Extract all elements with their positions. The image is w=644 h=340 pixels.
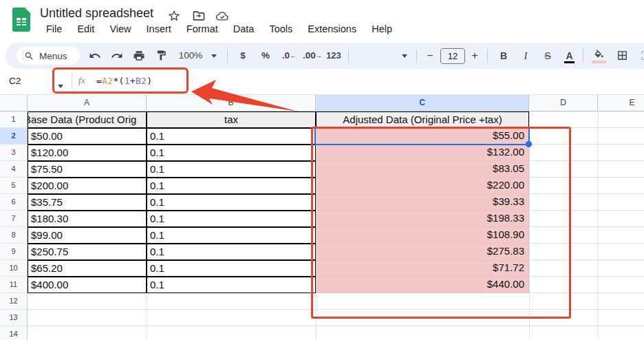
cell-C4[interactable]: $83.05 bbox=[316, 161, 529, 178]
column-header-E[interactable]: E bbox=[598, 95, 644, 111]
merge-cells-button[interactable] bbox=[637, 47, 644, 64]
cell-B2[interactable]: 0.1 bbox=[147, 128, 316, 145]
cell-B10[interactable]: 0.1 bbox=[147, 260, 316, 277]
decrease-font-size-button[interactable]: − bbox=[423, 47, 437, 64]
sheets-logo-icon bbox=[12, 8, 30, 32]
font-size-input[interactable]: 12 bbox=[440, 48, 465, 64]
menu-edit[interactable]: Edit bbox=[69, 23, 102, 38]
menu-tools[interactable]: Tools bbox=[261, 23, 300, 38]
menu-help[interactable]: Help bbox=[364, 23, 400, 38]
font-select-caret-icon[interactable] bbox=[400, 47, 409, 64]
cell-C11[interactable]: $440.00 bbox=[316, 277, 529, 293]
move-to-folder-icon[interactable] bbox=[192, 9, 206, 23]
column-header-B[interactable]: B bbox=[147, 95, 316, 111]
zoom-caret-icon[interactable] bbox=[209, 47, 219, 64]
cell-A10[interactable]: $65.20 bbox=[28, 260, 147, 277]
menus-search-button[interactable]: Menus bbox=[17, 47, 80, 65]
menu-view[interactable]: View bbox=[102, 23, 138, 38]
cell-A9[interactable]: $250.75 bbox=[28, 244, 147, 260]
cell-C3[interactable]: $132.00 bbox=[316, 145, 529, 161]
cell-C6[interactable]: $39.33 bbox=[316, 194, 529, 211]
undo-button[interactable] bbox=[87, 47, 103, 64]
print-button[interactable] bbox=[131, 47, 147, 64]
cell-B5[interactable]: 0.1 bbox=[147, 178, 316, 194]
cell-B6[interactable]: 0.1 bbox=[147, 194, 316, 211]
cell-A8[interactable]: $99.00 bbox=[28, 227, 147, 244]
text-color-button[interactable]: A bbox=[561, 47, 577, 64]
formula-token: 1 bbox=[125, 76, 130, 86]
row-header-2[interactable]: 2 bbox=[0, 128, 28, 145]
formula-token: = bbox=[96, 76, 102, 86]
star-icon[interactable] bbox=[167, 9, 181, 23]
cell-C8[interactable]: $108.90 bbox=[316, 227, 529, 244]
toolbar-separator bbox=[416, 49, 417, 63]
row-header-1[interactable]: 1 bbox=[0, 111, 28, 128]
cell-B1[interactable]: tax bbox=[147, 111, 316, 128]
cell-B3[interactable]: 0.1 bbox=[147, 145, 316, 161]
borders-button[interactable] bbox=[614, 47, 631, 64]
paint-format-button[interactable] bbox=[153, 47, 169, 64]
row-header-10[interactable]: 10 bbox=[0, 260, 28, 277]
increase-decimal-button[interactable]: .00→ bbox=[301, 47, 323, 64]
cell-A5[interactable]: $200.00 bbox=[28, 178, 147, 194]
cell-A4[interactable]: $75.50 bbox=[28, 161, 147, 178]
row-header-11[interactable]: 11 bbox=[0, 277, 28, 293]
select-all-corner[interactable] bbox=[0, 95, 28, 111]
row-header-4[interactable]: 4 bbox=[0, 161, 28, 178]
column-header-D[interactable]: D bbox=[529, 95, 598, 111]
cell-C7[interactable]: $198.33 bbox=[316, 211, 529, 227]
cell-B9[interactable]: 0.1 bbox=[147, 244, 316, 260]
row-header-3[interactable]: 3 bbox=[0, 145, 28, 161]
row-header-6[interactable]: 6 bbox=[0, 194, 28, 211]
cell-A7[interactable]: $180.30 bbox=[28, 211, 147, 227]
cell-C1[interactable]: Adjusted Data (Original Price +tax) bbox=[316, 111, 529, 128]
menu-file[interactable]: File bbox=[39, 23, 69, 38]
cloud-saved-icon[interactable] bbox=[215, 9, 229, 23]
bold-button[interactable]: B bbox=[495, 47, 512, 64]
cell-A6[interactable]: $35.75 bbox=[28, 194, 147, 211]
cell-B4[interactable]: 0.1 bbox=[147, 161, 316, 178]
row-header-7[interactable]: 7 bbox=[0, 211, 28, 227]
formula-token: ) bbox=[147, 76, 152, 86]
format-currency-button[interactable]: $ bbox=[235, 47, 250, 64]
cell-B11[interactable]: 0.1 bbox=[147, 277, 316, 293]
cell-A1[interactable]: Base Data (Product Orig bbox=[28, 111, 147, 128]
redo-button[interactable] bbox=[109, 47, 125, 64]
name-box-caret-icon[interactable] bbox=[58, 80, 63, 92]
row-header-8[interactable]: 8 bbox=[0, 227, 28, 244]
decrease-decimal-button[interactable]: .0← bbox=[279, 47, 299, 64]
toolbar-separator bbox=[227, 49, 228, 63]
strikethrough-button[interactable]: S bbox=[539, 47, 556, 64]
row-header-13[interactable]: 13 bbox=[0, 310, 28, 326]
menu-insert[interactable]: Insert bbox=[139, 23, 179, 38]
merge-cells-icon bbox=[640, 50, 644, 61]
cell-C9[interactable]: $275.83 bbox=[316, 244, 529, 260]
cell-C5[interactable]: $220.00 bbox=[316, 178, 529, 194]
zoom-select[interactable]: 100% bbox=[175, 47, 206, 64]
cell-B7[interactable]: 0.1 bbox=[147, 211, 316, 227]
more-formats-button[interactable]: 123 bbox=[323, 47, 344, 64]
row-header-9[interactable]: 9 bbox=[0, 244, 28, 260]
menu-data[interactable]: Data bbox=[226, 23, 262, 38]
menu-extensions[interactable]: Extensions bbox=[300, 23, 364, 38]
italic-button[interactable]: I bbox=[517, 47, 534, 64]
menu-bar: FileEditViewInsertFormatDataToolsExtensi… bbox=[39, 23, 400, 38]
fill-handle[interactable] bbox=[526, 141, 532, 147]
cell-C10[interactable]: $71.72 bbox=[316, 260, 529, 277]
menu-format[interactable]: Format bbox=[179, 23, 226, 38]
format-percent-button[interactable]: % bbox=[257, 47, 274, 64]
row-header-14[interactable]: 14 bbox=[0, 326, 28, 340]
formula-input[interactable]: =A2*(1+B2) bbox=[96, 76, 152, 86]
column-header-C[interactable]: C bbox=[316, 95, 529, 111]
row-header-12[interactable]: 12 bbox=[0, 293, 28, 310]
increase-font-size-button[interactable]: + bbox=[468, 47, 482, 64]
cell-A11[interactable]: $400.00 bbox=[28, 277, 147, 293]
document-title[interactable]: Untitled spreadsheet bbox=[40, 6, 153, 21]
row-header-5[interactable]: 5 bbox=[0, 178, 28, 194]
cell-A2[interactable]: $50.00 bbox=[28, 128, 147, 145]
cell-B8[interactable]: 0.1 bbox=[147, 227, 316, 244]
column-header-A[interactable]: A bbox=[28, 95, 147, 111]
cell-A3[interactable]: $120.00 bbox=[28, 145, 147, 161]
name-box[interactable]: C2 bbox=[9, 76, 21, 86]
fill-color-button[interactable] bbox=[590, 47, 608, 64]
